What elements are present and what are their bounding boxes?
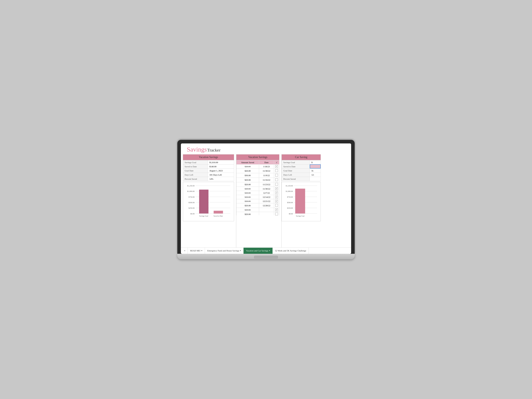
right-value-days-left: 12: bbox=[310, 173, 321, 177]
cell-amount: $20.00 bbox=[236, 164, 259, 168]
tab-read-me[interactable]: READ ME! ▾ bbox=[188, 248, 205, 254]
label-goal-date: Goal Date bbox=[183, 168, 208, 173]
middle-panel: Vacation Savings Amount Saved Date √ bbox=[236, 154, 279, 247]
tab-emergency-fund[interactable]: Emergency Fund and House Savings ▾ bbox=[205, 248, 244, 254]
cell-amount: $20.00 bbox=[236, 203, 259, 208]
screen-bezel: Savings Tracker Vacation Savings Savings… bbox=[177, 140, 355, 254]
tab-read-me-arrow: ▾ bbox=[201, 250, 202, 252]
tab-52-week[interactable]: 52 Week and 5K Savings Challenge bbox=[273, 248, 309, 254]
cell-checkbox[interactable] bbox=[274, 182, 279, 187]
cell-amount: $20.00 bbox=[236, 187, 259, 191]
svg-text:$500.00: $500.00 bbox=[189, 202, 195, 203]
laptop-container: Savings Tracker Vacation Savings Savings… bbox=[177, 140, 355, 259]
cell-checkbox[interactable]: ✓ bbox=[274, 164, 279, 168]
right-label-savings-goal: Savings Goal bbox=[282, 160, 310, 164]
cell-amount: $20.00 bbox=[236, 182, 259, 187]
cell-amount: $30.00 bbox=[236, 173, 259, 177]
transaction-scroll[interactable]: Amount Saved Date √ $20.001/18/23✓$20.00… bbox=[236, 160, 279, 215]
tab-vacation-car[interactable]: Vacation and Car Savings ▾ bbox=[244, 248, 272, 254]
tab-52-week-label: 52 Week and 5K Savings Challenge bbox=[275, 249, 306, 252]
cell-amount: $20.00 bbox=[236, 199, 259, 203]
right-summary-table: Savings Goal $ Saved to Date Goal Date J… bbox=[282, 160, 321, 181]
cell-date: 12/28/22 bbox=[259, 203, 274, 208]
col-check: √ bbox=[274, 160, 279, 164]
right-value-saved-to-date bbox=[310, 164, 321, 168]
svg-text:Savings Goal: Savings Goal bbox=[199, 215, 208, 217]
left-panel: Vacation Savings Savings Goal $1,010.00 … bbox=[183, 154, 234, 247]
left-bar-chart-svg: $1,250.00 $1,000.00 $750.00 $500.00 $250… bbox=[185, 184, 232, 220]
svg-text:Savings Goal: Savings Goal bbox=[296, 215, 305, 217]
header: Savings Tracker bbox=[181, 143, 351, 154]
svg-text:$1,000.00: $1,000.00 bbox=[286, 190, 293, 192]
table-row: $20.0012/21/22✓ bbox=[236, 199, 279, 203]
middle-panel-title: Vacation Savings bbox=[236, 154, 279, 160]
cell-date: 12/21/22 bbox=[259, 199, 274, 203]
value-saved-to-date: $140.00 bbox=[208, 164, 234, 168]
label-percent-saved: Percent Saved bbox=[183, 177, 208, 181]
cell-amount: $20.00 bbox=[236, 191, 259, 195]
table-row: $20.00 bbox=[236, 212, 279, 215]
table-row: Savings Goal $ bbox=[282, 160, 321, 164]
hamburger-icon[interactable]: ≡ bbox=[182, 248, 188, 254]
table-row: Savings Goal $1,010.00 bbox=[183, 160, 234, 164]
svg-text:$750.00: $750.00 bbox=[287, 196, 293, 198]
table-row: $20.0011/23/22 bbox=[236, 182, 279, 187]
table-row: Saved to Date bbox=[282, 164, 321, 168]
table-row: $20.0011/16/22 bbox=[236, 177, 279, 182]
svg-text:$1,000.00: $1,000.00 bbox=[187, 190, 195, 192]
cell-checkbox[interactable]: ✓ bbox=[274, 195, 279, 199]
trackpad bbox=[254, 256, 278, 259]
right-panel-title: Car Saving bbox=[282, 154, 321, 160]
value-goal-date: August 1, 2023 bbox=[208, 168, 234, 173]
table-row: Percent Saved bbox=[282, 177, 321, 181]
svg-text:$1,250.00: $1,250.00 bbox=[286, 185, 293, 187]
cell-checkbox[interactable]: ✓ bbox=[274, 191, 279, 195]
table-row: Days Left 181 Days Left bbox=[183, 173, 234, 177]
right-chart: $1,250.00 $1,000.00 $750.00 $500.00 $250… bbox=[282, 182, 321, 221]
table-row: Goal Date August 1, 2023 bbox=[183, 168, 234, 173]
cell-amount: $20.00 bbox=[236, 208, 259, 212]
cell-checkbox[interactable]: ✓ bbox=[274, 199, 279, 203]
right-label-percent-saved: Percent Saved bbox=[282, 177, 310, 181]
cell-amount: $20.00 bbox=[236, 212, 259, 215]
value-days-left: 181 Days Left bbox=[208, 173, 234, 177]
laptop-screen: Savings Tracker Vacation Savings Savings… bbox=[181, 143, 351, 254]
table-row: Saved to Date $140.00 bbox=[183, 164, 234, 168]
cell-amount: $20.00 bbox=[236, 177, 259, 182]
logo-tracker: Tracker bbox=[207, 148, 221, 153]
cell-checkbox[interactable]: ✓ bbox=[274, 187, 279, 191]
table-row: Percent Saved 14% bbox=[183, 177, 234, 181]
cell-checkbox[interactable] bbox=[274, 168, 279, 173]
cell-amount: $20.00 bbox=[236, 195, 259, 199]
cell-checkbox[interactable]: ✓ bbox=[274, 208, 279, 212]
right-label-days-left: Days Left bbox=[282, 173, 310, 177]
laptop-base bbox=[177, 254, 355, 259]
right-value-goal-date: Ju bbox=[310, 168, 321, 173]
svg-text:$500.00: $500.00 bbox=[287, 202, 293, 203]
label-days-left: Days Left bbox=[183, 173, 208, 177]
cell-checkbox[interactable] bbox=[274, 203, 279, 208]
right-label-goal-date: Goal Date bbox=[282, 168, 310, 173]
cell-date: 11/16/22 bbox=[259, 177, 274, 182]
table-row: $20.0012/7/22✓ bbox=[236, 191, 279, 195]
svg-text:$250.00: $250.00 bbox=[287, 207, 293, 209]
table-row: $30.0011/9/22 bbox=[236, 173, 279, 177]
left-chart: $1,250.00 $1,000.00 $750.00 $500.00 $250… bbox=[183, 182, 234, 221]
table-row: $20.0011/30/22✓ bbox=[236, 187, 279, 191]
table-row: $20.0012/14/22✓ bbox=[236, 195, 279, 199]
svg-text:$750.00: $750.00 bbox=[189, 196, 195, 198]
bar-savings-goal bbox=[199, 190, 209, 213]
cell-date: 12/14/22 bbox=[259, 195, 274, 199]
tab-read-me-label: READ ME! bbox=[190, 249, 201, 252]
cell-checkbox[interactable] bbox=[274, 177, 279, 182]
value-savings-goal: $1,010.00 bbox=[208, 160, 234, 164]
cell-date bbox=[259, 212, 274, 215]
transaction-table: Amount Saved Date √ $20.001/18/23✓$20.00… bbox=[236, 160, 279, 215]
svg-text:Saved to Date: Saved to Date bbox=[214, 215, 223, 217]
tab-bar: ≡ READ ME! ▾ Emergency Fund and House Sa… bbox=[181, 247, 351, 254]
cell-checkbox[interactable] bbox=[274, 173, 279, 177]
cell-checkbox[interactable] bbox=[274, 212, 279, 215]
right-label-saved-to-date: Saved to Date bbox=[282, 164, 310, 168]
right-value-percent-saved bbox=[310, 177, 321, 181]
table-header-row: Amount Saved Date √ bbox=[236, 160, 279, 164]
